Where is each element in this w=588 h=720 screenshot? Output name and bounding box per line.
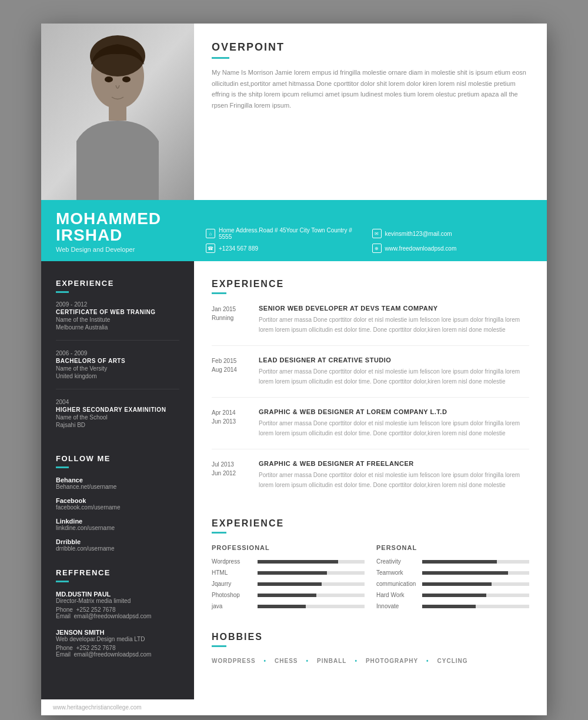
ref-1-name: MD.DUSTIN PAUL [56,591,179,598]
job-1-details: SENIOR WEB DEVELOPER AT DEVS TEAM COMPAN… [259,305,529,335]
edu-date-3: 2004 [56,399,179,405]
drribble-url: drribble.con/username [56,545,179,552]
edu-degree-1: CERTIFICATE OF WEB TRANING [56,309,179,315]
photo-col [41,24,194,200]
sidebar-experience-underline [56,291,69,293]
ref-2-phone: Phone +252 252 7678 [56,645,179,651]
edu-degree-3: HIGHER SECONDARY EXAMINITION [56,406,179,413]
job-2: Feb 2015 Aug 2014 LEAD DESIGNER AT CREAT… [212,356,529,398]
skill-java-name: java [212,603,253,609]
skills-grid: PROFESSIONAL Wordpress HTML Jqaurry [212,544,529,614]
main-body: EXPERIENCE 2009 - 2012 CERTIFICATE OF WE… [41,261,547,699]
phone-text: +1234 567 889 [219,245,258,252]
skill-html-bar-bg [258,571,365,575]
facebook-name: Facebook [56,497,179,504]
skills-personal: PERSONAL Creativity Teamwork communicati… [376,544,529,614]
phone-icon: ☎ [206,244,215,253]
edu-institute-1: Name of the Institute [56,316,179,323]
edu-date-2: 2006 - 2009 [56,350,179,356]
hobby-wordpress: WORDPRESS [212,658,256,664]
social-drribble: Drribble drribble.con/username [56,538,179,552]
ref-2: JENSON SMITH Web developar.Design media … [56,629,179,658]
hobbies-section: HOBBIES WORDPRESS • CHESS • PINBALL • PH… [212,632,529,664]
edu-item-2: 2006 - 2009 BACHELORS OF ARTS Name of th… [56,350,179,389]
skill-jquery-bar-bg [258,582,365,586]
skill-wordpress-bar-bg [258,560,365,564]
ref-1-role: Director-Matrix media limited [56,598,179,604]
skills-pro-label: PROFESSIONAL [212,544,365,551]
ref-2-name: JENSON SMITH [56,629,179,636]
behance-name: Behance [56,476,179,484]
sidebar: EXPERIENCE 2009 - 2012 CERTIFICATE OF WE… [41,261,194,699]
sidebar-follow-underline [56,466,69,468]
skills-section: EXPERIENCE PROFESSIONAL Wordpress HTML [212,518,529,614]
skill-html-name: HTML [212,569,253,576]
ref-1-phone: Phone +252 252 7678 [56,606,179,613]
svg-point-4 [105,76,113,82]
ref-1-email: Email email@freedownloadpsd.com [56,613,179,619]
top-section: OVERPOINT My Name Is Morrison Jamie lore… [41,24,547,200]
behance-url: Behance.net/username [56,484,179,490]
job-4-title: GRAPHIC & WEB DESIGNER AT FREELANCER [259,460,529,467]
skill-teamwork-bar-bg [422,571,529,575]
ref-2-role: Web developar.Design media LTD [56,636,179,642]
skill-photoshop: Photoshop [212,592,365,598]
sidebar-ref-heading: REFFRENCE [56,568,179,577]
job-2-details: LEAD DESIGNER AT CREATIVE STUDIO Portito… [259,356,529,386]
skill-wordpress: Wordpress [212,558,365,565]
footer-url: www.heritagechristiancollege.com [53,704,142,711]
job-1-desc: Portitor amer massa Done cporttitor dolo… [259,315,529,335]
job-3-dates: Apr 2014 Jun 2013 [212,408,250,438]
experience-underline [212,292,226,294]
skill-communication-bar-bg [422,582,529,586]
skills-heading: EXPERIENCE [212,518,529,529]
linkdine-url: linkdine.con/username [56,525,179,531]
hobbies-underline [212,645,226,647]
hobby-cycling: CYCLING [437,658,468,664]
hobbies-heading: HOBBIES [212,632,529,642]
contact-address: ⌂ Home Address.Road # 45Your City Town C… [206,227,366,240]
skill-hardwork: Hard Work [376,592,529,598]
address-text: Home Address.Road # 45Your City Town Cou… [219,227,366,240]
skill-communication-name: communication [376,581,417,587]
skill-photoshop-bar-bg [258,594,365,597]
social-facebook: Facebook facebook.com/username [56,497,179,511]
skill-innovate-bar-bg [422,605,529,608]
skill-innovate-name: Innovate [376,603,417,609]
edu-date-1: 2009 - 2012 [56,301,179,308]
skill-photoshop-name: Photoshop [212,592,253,598]
job-2-desc: Portitor amer massa Done cporttitor dolo… [259,366,529,386]
contact-right: ⌂ Home Address.Road # 45Your City Town C… [194,227,532,253]
ref-1: MD.DUSTIN PAUL Director-Matrix media lim… [56,591,179,619]
footer: www.heritagechristiancollege.com [41,699,547,715]
main-content: EXPERIENCE Jan 2015 Running SENIOR WEB D… [194,261,547,699]
skill-hardwork-bar-bg [422,594,529,597]
skill-hardwork-name: Hard Work [376,592,417,598]
skill-jquery: Jqaurry [212,581,365,587]
job-1: Jan 2015 Running SENIOR WEB DEVELOPER AT… [212,305,529,346]
sidebar-follow-heading: FOLLOW ME [56,454,179,463]
job-1-title: SENIOR WEB DEVELOPER AT DEVS TEAM COMPAN… [259,305,529,312]
intro-underline [212,57,229,59]
edu-item-1: 2009 - 2012 CERTIFICATE OF WEB TRANING N… [56,301,179,341]
experience-heading: EXPERIENCE [212,279,529,289]
contact-web: ⊕ www.freedownloadpsd.com [372,244,533,253]
skill-creativity-name: Creativity [376,558,417,565]
skill-creativity: Creativity [376,558,529,565]
intro-col: OVERPOINT My Name Is Morrison Jamie lore… [194,24,547,200]
job-3-title: GRAPHIC & WEB DESIGNER AT LOREM COMPANY … [259,408,529,415]
job-4-dates: Jul 2013 Jun 2012 [212,460,250,490]
edu-location-1: Melbourne Australia [56,324,179,331]
social-linkdine: Linkdine linkdine.con/username [56,518,179,531]
skill-html: HTML [212,569,365,576]
experience-section: EXPERIENCE Jan 2015 Running SENIOR WEB D… [212,279,529,501]
sidebar-experience-heading: EXPERIENCE [56,279,179,288]
job-3: Apr 2014 Jun 2013 GRAPHIC & WEB DESIGNER… [212,408,529,449]
skill-innovate: Innovate [376,603,529,609]
web-icon: ⊕ [372,244,382,253]
edu-institute-2: Name of the Versity [56,365,179,372]
sidebar-follow-section: FOLLOW ME Behance Behance.net/username F… [56,454,179,552]
skill-java: java [212,603,365,609]
ref-2-email: Email email@freedownloadpsd.com [56,651,179,658]
full-name: MOHAMMED IRSHAD [56,211,194,244]
